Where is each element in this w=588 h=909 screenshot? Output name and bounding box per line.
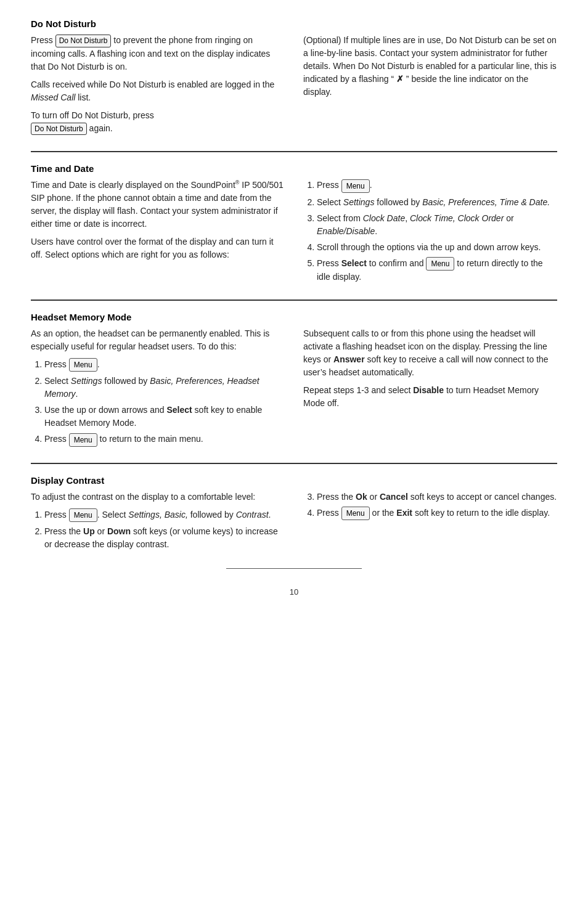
divider-3 (31, 463, 557, 464)
menu-btn-headset-1: Menu (69, 358, 97, 372)
display-contrast-title: Display Contrast (31, 475, 557, 486)
menu-btn-headset-4: Menu (69, 433, 97, 447)
headset-right-col: Subsequent calls to or from this phone u… (303, 327, 557, 452)
page-number: 10 (31, 587, 557, 597)
do-not-disturb-section: Do Not Disturb Press Do Not Disturb to p… (31, 18, 557, 140)
dnd-missed-call-italic: Missed Call (31, 92, 75, 102)
divider-1 (31, 151, 557, 152)
menu-btn-contrast-4: Menu (341, 507, 370, 520)
contrast-left-steps: Press Menu. Select Settings, Basic, foll… (44, 508, 285, 551)
contrast-right-col: Press the Ok or Cancel soft keys to acce… (303, 491, 557, 556)
contrast-right-steps: Press the Ok or Cancel soft keys to acce… (317, 491, 557, 520)
contrast-step-1: Press Menu. Select Settings, Basic, foll… (44, 508, 285, 522)
time-and-date-title: Time and Date (31, 163, 557, 174)
contrast-intro: To adjust the contrast on the display to… (31, 491, 285, 503)
menu-btn-contrast-1: Menu (69, 508, 97, 522)
headset-steps-list: Press Menu. Select Settings followed by … (44, 358, 285, 447)
headset-left-col: As an option, the headset can be permane… (31, 327, 285, 452)
time-step-5: Press Select to confirm and Menu to retu… (317, 257, 557, 283)
dnd-para-2: Calls received while Do Not Disturb is e… (31, 78, 285, 104)
contrast-step-4: Press Menu or the Exit soft key to retur… (317, 507, 557, 520)
headset-step-1: Press Menu. (44, 358, 285, 372)
do-not-disturb-title: Do Not Disturb (31, 18, 557, 29)
time-left-col: Time and Date is clearly displayed on th… (31, 179, 285, 288)
contrast-left-col: To adjust the contrast on the display to… (31, 491, 285, 556)
dnd-left-col: Press Do Not Disturb to prevent the phon… (31, 34, 285, 140)
dnd-button: Do Not Disturb (55, 35, 112, 47)
dnd-para-3: To turn off Do Not Disturb, press Do Not… (31, 109, 285, 136)
headset-right-para-1: Subsequent calls to or from this phone u… (303, 327, 557, 379)
time-para-1: Time and Date is clearly displayed on th… (31, 179, 285, 230)
menu-btn-time-5: Menu (426, 257, 454, 271)
contrast-step-2: Press the Up or Down soft keys (or volum… (44, 525, 285, 551)
dnd-button-2: Do Not Disturb (31, 123, 87, 136)
headset-step-2: Select Settings followed by Basic, Prefe… (44, 375, 285, 401)
time-step-1: Press Menu. (317, 179, 557, 192)
menu-btn-time-1: Menu (341, 179, 370, 193)
headset-step-3: Use the up or down arrows and Select sof… (44, 404, 285, 430)
time-steps-list: Press Menu. Select Settings followed by … (317, 179, 557, 283)
headset-memory-section: Headset Memory Mode As an option, the he… (31, 312, 557, 452)
divider-2 (31, 300, 557, 301)
display-contrast-section: Display Contrast To adjust the contrast … (31, 475, 557, 556)
dnd-para-1: Press Do Not Disturb to prevent the phon… (31, 34, 285, 73)
time-step-4: Scroll through the options via the up an… (317, 241, 557, 254)
headset-step-4: Press Menu to return to the main menu. (44, 433, 285, 446)
dnd-press-text: Press (31, 35, 55, 45)
time-step-3: Select from Clock Date, Clock Time, Cloc… (317, 212, 557, 238)
headset-intro: As an option, the headset can be permane… (31, 327, 285, 353)
time-para-2: Users have control over the format of th… (31, 235, 285, 261)
time-right-col: Press Menu. Select Settings followed by … (303, 179, 557, 288)
headset-title: Headset Memory Mode (31, 312, 557, 322)
headset-right-para-2: Repeat steps 1-3 and select Disable to t… (303, 384, 557, 410)
dnd-right-para: (Optional) If multiple lines are in use,… (303, 34, 557, 99)
bottom-rule (226, 568, 362, 569)
time-and-date-section: Time and Date Time and Date is clearly d… (31, 163, 557, 288)
time-step-2: Select Settings followed by Basic, Prefe… (317, 196, 557, 209)
contrast-step-3: Press the Ok or Cancel soft keys to acce… (317, 491, 557, 503)
dnd-right-col: (Optional) If multiple lines are in use,… (303, 34, 557, 140)
